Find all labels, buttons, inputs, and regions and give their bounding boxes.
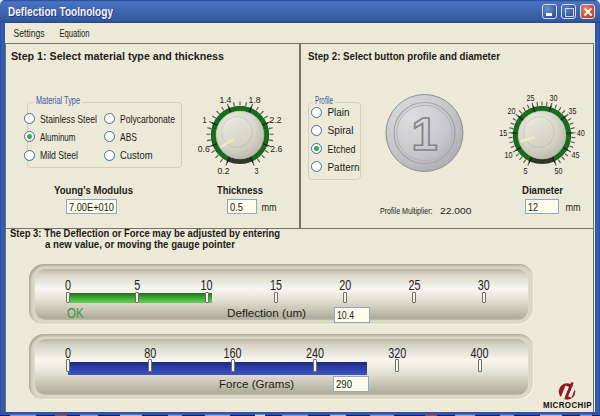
svg-text:12: 12 (528, 201, 538, 213)
svg-text:0.5: 0.5 (230, 201, 243, 213)
svg-text:Custom: Custom (120, 149, 153, 161)
svg-text:Material Type: Material Type (36, 95, 80, 106)
svg-text:320: 320 (388, 345, 406, 361)
svg-text:1: 1 (411, 107, 437, 160)
svg-text:Deflection (um): Deflection (um) (227, 307, 306, 319)
svg-text:30: 30 (550, 92, 558, 103)
svg-text:400: 400 (471, 345, 489, 361)
svg-text:30: 30 (478, 277, 490, 293)
svg-text:Stainless Steel: Stainless Steel (40, 113, 97, 125)
svg-text:a new value, or moving the gau: a new value, or moving the gauge pointer (45, 238, 236, 250)
svg-text:50: 50 (554, 165, 562, 176)
svg-text:160: 160 (224, 345, 242, 361)
svg-text:mm: mm (566, 201, 581, 213)
svg-text:3: 3 (254, 165, 258, 176)
svg-text:0.6: 0.6 (198, 143, 210, 154)
svg-text:Step 1: Select material type a: Step 1: Select material type and thickne… (11, 50, 224, 62)
svg-text:Deflection Toolnology: Deflection Toolnology (8, 5, 113, 19)
svg-text:40: 40 (577, 127, 585, 138)
svg-text:0: 0 (65, 277, 71, 293)
svg-text:Polycarbonate: Polycarbonate (120, 113, 175, 125)
svg-text:290: 290 (336, 378, 352, 390)
svg-text:240: 240 (306, 345, 324, 361)
svg-text:25: 25 (409, 277, 421, 293)
svg-text:Thickness: Thickness (217, 184, 263, 196)
svg-text:20: 20 (339, 277, 351, 293)
svg-text:45: 45 (571, 149, 579, 160)
svg-text:20: 20 (508, 105, 516, 116)
svg-text:5: 5 (524, 165, 528, 176)
svg-text:Equation: Equation (60, 27, 90, 39)
svg-text:Profile: Profile (315, 95, 333, 106)
svg-text:10: 10 (505, 149, 513, 160)
svg-text:0: 0 (65, 345, 71, 361)
svg-text:1.8: 1.8 (249, 94, 261, 105)
svg-text:MICROCHIP: MICROCHIP (543, 399, 592, 410)
svg-text:7.00E+010: 7.00E+010 (69, 201, 114, 213)
svg-text:Settings: Settings (14, 27, 45, 39)
svg-text:Pattern: Pattern (328, 161, 360, 173)
svg-text:Mild Steel: Mild Steel (40, 149, 78, 161)
svg-text:mm: mm (262, 201, 277, 213)
svg-text:80: 80 (144, 345, 156, 361)
svg-text:15: 15 (499, 127, 507, 138)
svg-text:2.6: 2.6 (270, 143, 282, 154)
svg-text:Etched: Etched (328, 143, 356, 155)
svg-text:1.4: 1.4 (219, 94, 231, 105)
svg-text:22.000: 22.000 (440, 205, 472, 216)
svg-text:Diameter: Diameter (522, 184, 564, 196)
svg-text:Young's Modulus: Young's Modulus (54, 184, 133, 196)
svg-text:10: 10 (201, 277, 213, 293)
svg-text:Step 2: Select button profile: Step 2: Select button profile and diamet… (308, 50, 501, 62)
svg-text:35: 35 (568, 105, 576, 116)
svg-text:Spiral: Spiral (328, 124, 354, 136)
svg-text:0.2: 0.2 (218, 165, 230, 176)
svg-text:Plain: Plain (328, 106, 350, 118)
svg-text:1: 1 (202, 114, 206, 125)
svg-text:10.4: 10.4 (337, 309, 354, 321)
svg-text:Force (Grams): Force (Grams) (219, 378, 294, 390)
svg-text:15: 15 (270, 277, 282, 293)
svg-text:Profile Multiplier:: Profile Multiplier: (380, 205, 433, 216)
svg-text:5: 5 (134, 277, 140, 293)
svg-text:ABS: ABS (120, 131, 137, 143)
svg-text:Aluminum: Aluminum (40, 131, 75, 143)
svg-text:2.2: 2.2 (270, 114, 282, 125)
svg-text:OK: OK (67, 305, 84, 321)
svg-text:25: 25 (527, 92, 535, 103)
